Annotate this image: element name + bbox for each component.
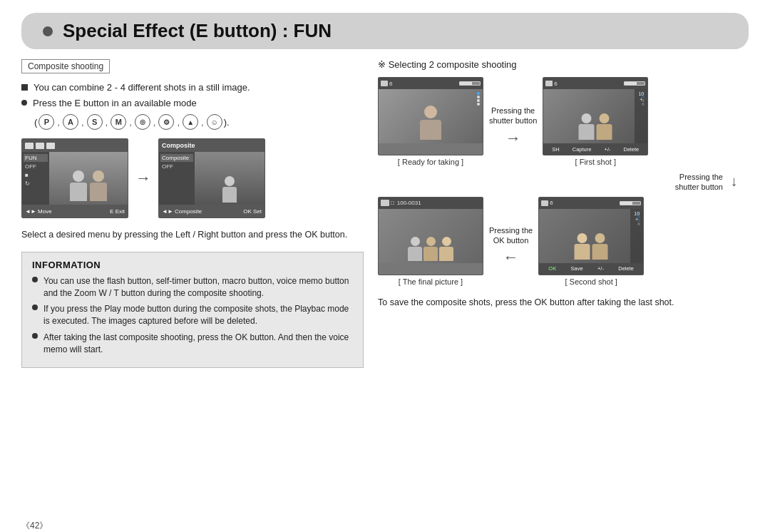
shot-first: 6 (543, 77, 648, 166)
arrow-left-icon: ← (503, 248, 519, 267)
bottom-save-text: To save the composite shots, press the O… (378, 296, 749, 310)
shot-screen-second: 6 (538, 197, 644, 275)
left-column: Composite shooting You can combine 2 - 4… (21, 59, 364, 368)
mode-icon-a: A (63, 114, 78, 130)
select-text: Select a desired menu by pressing the Le… (21, 228, 364, 242)
mode-icons-row: ( P , A , S , M , ◎ , ⚙ , ▲ , ☺ ). (34, 114, 364, 130)
bottom-shots-row: □ 100-0031 (378, 197, 749, 286)
top-shots-row: 6 (378, 77, 749, 166)
info-bullet-2 (32, 305, 38, 310)
page-number: 《42》 (21, 520, 48, 532)
info-bullet-1 (32, 277, 38, 282)
info-text-1: You can use the flash button, self-timer… (43, 275, 353, 300)
info-title: INFORMATION (32, 260, 353, 270)
paren-open: ( (34, 117, 37, 128)
mode-icon-scene: ◎ (135, 114, 150, 130)
info-item-2: If you press the Play mode button during… (32, 303, 353, 327)
bullet-item-2: Press the E button in an available mode (21, 98, 364, 108)
pressing-shutter-text-2: Pressing theshutter button (675, 172, 723, 193)
shot-ready-label: [ Ready for taking ] (398, 158, 463, 166)
info-text-2: If you press the Play mode button during… (43, 303, 353, 327)
page-header: Special Effect (E button) : FUN (21, 13, 749, 49)
bullet-circle-icon (21, 100, 27, 106)
shot-screen-ready: 6 (378, 77, 483, 155)
bullet-item-1: You can combine 2 - 4 different shots in… (21, 82, 364, 93)
shot-second: 6 (538, 197, 644, 286)
arrow-pressing-ok: Pressing theOK button ← (489, 225, 533, 267)
shot-screen-first: 6 (543, 77, 648, 155)
arrow-right-1-icon: → (505, 129, 521, 148)
shot-screen-final: □ 100-0031 (378, 197, 483, 275)
pressing-shutter-text-1: Pressing theshutter button (489, 106, 537, 126)
page-title: Special Effect (E button) : FUN (63, 20, 332, 42)
bullet-text-1: You can combine 2 - 4 different shots in… (34, 82, 250, 93)
arrow-down-icon: → (727, 175, 743, 189)
right-column: ※ ※ Selecting 2 composite shooting Selec… (378, 59, 749, 368)
asterisk-icon: ※ (378, 59, 389, 70)
bullet-square-icon (21, 84, 28, 91)
shot-first-label: [ First shot ] (575, 158, 616, 166)
shot-final-label: [ The final picture ] (399, 277, 463, 286)
page: Special Effect (E button) : FUN Composit… (0, 13, 770, 532)
shot-second-label: [ Second shot ] (565, 277, 617, 286)
info-bullet-3 (32, 333, 38, 339)
camera-screen-composite: Composite Composite OFF (158, 138, 265, 218)
mode-icon-p: P (38, 114, 54, 130)
pressing-shutter-2-row: Pressing theshutter button → (378, 172, 749, 193)
arrow-right-icon: → (135, 169, 151, 188)
mode-icon-m: M (111, 114, 126, 130)
info-text-3: After taking the last composite shooting… (43, 332, 353, 356)
info-item-3: After taking the last composite shooting… (32, 332, 353, 356)
composite-shooting-tag: Composite shooting (21, 59, 110, 73)
mode-icon-gear: ⚙ (158, 114, 174, 130)
header-bullet-icon (43, 26, 53, 36)
shot-ready: 6 (378, 77, 483, 166)
information-box: INFORMATION You can use the flash button… (21, 252, 364, 368)
mode-icon-movie: ▲ (183, 114, 198, 130)
bullet-text-2: Press the E button in an available mode (33, 98, 197, 108)
mode-icon-s: S (87, 114, 103, 130)
camera-screens-row: FUN OFF ■ ↻ (21, 138, 364, 218)
info-item-1: You can use the flash button, self-timer… (32, 275, 353, 300)
pressing-ok-text: Pressing theOK button (489, 225, 533, 246)
camera-screen-fun: FUN OFF ■ ↻ (21, 138, 128, 218)
shot-final: □ 100-0031 (378, 197, 483, 286)
paren-close: ). (224, 117, 230, 128)
main-content: Composite shooting You can combine 2 - 4… (0, 59, 770, 368)
arrow-pressing-1: Pressing theshutter button → (489, 106, 537, 148)
selecting-label: ※ ※ Selecting 2 composite shooting Selec… (378, 59, 749, 70)
mode-icon-fun: ☺ (207, 114, 222, 130)
